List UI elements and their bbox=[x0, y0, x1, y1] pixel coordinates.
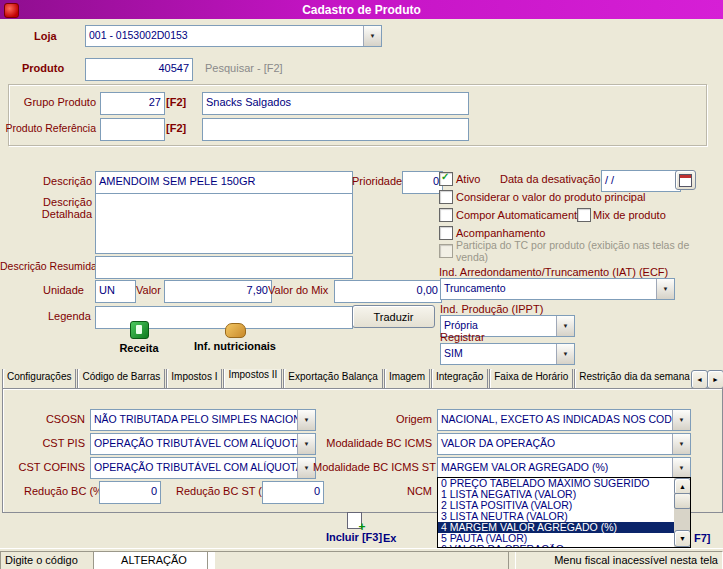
loja-select[interactable]: 001 - 0153002D0153 ▼ bbox=[85, 25, 382, 47]
tab-exportacao-balanca[interactable]: Exportação Balança bbox=[283, 369, 383, 388]
traduzir-button[interactable]: Traduzir bbox=[352, 305, 435, 328]
reducao-bc-field[interactable]: 0 bbox=[99, 481, 161, 504]
inf-nutricionais-button[interactable]: Inf. nutricionais bbox=[185, 321, 285, 352]
acompanhamento-checkbox[interactable] bbox=[439, 226, 453, 240]
data-desativacao-label: Data da desativação bbox=[500, 173, 600, 185]
chevron-down-icon[interactable]: ▼ bbox=[672, 410, 690, 430]
valor-do-mix-field[interactable]: 0,00 bbox=[334, 280, 442, 303]
valor-field[interactable]: 7,90 bbox=[164, 280, 272, 303]
iat-select[interactable]: Truncamento ▼ bbox=[440, 278, 675, 300]
compor-checkbox[interactable] bbox=[439, 208, 453, 222]
reducao-bc-st-field[interactable]: 0 bbox=[262, 481, 324, 504]
modalidade-bc-icms-st-select[interactable]: MARGEM VALOR AGREGADO (%) ▼ bbox=[437, 457, 691, 479]
tab-integracao[interactable]: Integração bbox=[431, 369, 488, 388]
receita-button[interactable]: Receita bbox=[106, 321, 172, 354]
unidade-field[interactable]: UN bbox=[95, 280, 136, 303]
nutricional-icon bbox=[225, 323, 246, 338]
grupo-f2-label: [F2] bbox=[166, 96, 186, 108]
mix-checkbox[interactable] bbox=[577, 208, 591, 222]
scroll-down-icon[interactable]: ▼ bbox=[674, 530, 691, 547]
f7-button-partial[interactable]: F7] bbox=[694, 532, 711, 544]
status-mode: ALTERAÇÃO bbox=[93, 551, 215, 569]
calendar-icon bbox=[679, 174, 692, 187]
produto-codigo-field[interactable]: 40547 bbox=[85, 58, 193, 81]
data-desativacao-field[interactable]: / / bbox=[601, 170, 681, 192]
cst-cofins-label: CST COFINS bbox=[14, 461, 85, 473]
valor-do-mix-label: Valor do Mix bbox=[268, 284, 328, 296]
grupo-produto-nome-field[interactable]: Snacks Salgados bbox=[202, 92, 469, 115]
produto-referencia-label: Produto Referência bbox=[2, 122, 96, 134]
tab-scroll-left-button[interactable]: ◄ bbox=[691, 370, 708, 389]
dropdown-option[interactable]: 0 PREÇO TABELADO MÁXIMO SUGERIDO bbox=[438, 478, 674, 489]
modalidade-bc-icms-st-dropdown-list: 0 PREÇO TABELADO MÁXIMO SUGERIDO 1 LISTA… bbox=[437, 477, 691, 548]
csosn-select[interactable]: NÃO TRIBUTADA PELO SIMPLES NACIONAL ▼ bbox=[90, 409, 316, 431]
tab-scroll-right-button[interactable]: ► bbox=[707, 370, 723, 389]
tab-faixa-de-horario[interactable]: Faixa de Horário bbox=[489, 369, 573, 388]
arrow-right-icon: ► bbox=[712, 376, 719, 383]
incluir-icon bbox=[347, 512, 362, 529]
chevron-down-icon[interactable]: ▼ bbox=[556, 316, 574, 336]
ativo-label: Ativo bbox=[456, 173, 480, 185]
considerar-checkbox[interactable] bbox=[439, 190, 453, 204]
tab-impostos-2[interactable]: Impostos II bbox=[223, 369, 282, 388]
registrar-select[interactable]: SIM ▼ bbox=[440, 343, 575, 365]
compor-label: Compor Automaticamente bbox=[456, 209, 583, 221]
cst-cofins-select[interactable]: OPERAÇÃO TRIBUTÁVEL COM ALÍQUOTA BÁSICA … bbox=[90, 457, 316, 479]
cst-pis-select[interactable]: OPERAÇÃO TRIBUTÁVEL COM ALÍQUOTA BÁSICA … bbox=[90, 433, 316, 455]
descricao-field[interactable]: AMENDOIM SEM PELE 150GR bbox=[95, 171, 353, 194]
produto-referencia-nome-field[interactable] bbox=[202, 118, 469, 141]
dropdown-scrollbar[interactable]: ▲ ▼ bbox=[674, 478, 690, 547]
ncm-label: NCM bbox=[404, 485, 432, 497]
chevron-down-icon[interactable]: ▼ bbox=[556, 344, 574, 364]
considerar-label: Considerar o valor do produto principal bbox=[456, 191, 646, 203]
receita-icon bbox=[130, 321, 149, 339]
status-spacer bbox=[207, 551, 516, 569]
referencia-f2-label: [F2] bbox=[166, 122, 186, 134]
chevron-down-icon[interactable]: ▼ bbox=[297, 410, 315, 430]
status-fiscal-message: Menu fiscal inacessível nesta tela bbox=[508, 551, 723, 569]
tab-restricao-dia-da-semana[interactable]: Restrição dia da semana bbox=[574, 369, 690, 388]
chevron-down-icon[interactable]: ▼ bbox=[297, 434, 315, 454]
grupo-produto-codigo-field[interactable]: 27 bbox=[100, 92, 165, 115]
descricao-resumida-field[interactable] bbox=[95, 256, 353, 279]
scrollbar-thumb[interactable] bbox=[674, 493, 691, 509]
window-title: Cadastro de Produto bbox=[0, 3, 723, 17]
incluir-button[interactable]: Incluir [F3] bbox=[318, 512, 390, 543]
produto-referencia-codigo-field[interactable] bbox=[100, 118, 165, 141]
chevron-down-icon[interactable]: ▼ bbox=[672, 434, 690, 454]
dropdown-option[interactable]: 4 MARGEM VALOR AGREGADO (%) bbox=[438, 522, 674, 533]
tab-imagem[interactable]: Imagem bbox=[384, 369, 430, 388]
dropdown-option[interactable]: 2 LISTA POSITIVA (VALOR) bbox=[438, 500, 674, 511]
tab-configuracoes[interactable]: Configurações bbox=[2, 369, 76, 388]
descricao-resumida-label: Descrição Resumida bbox=[0, 260, 92, 272]
status-hint: Digite o código bbox=[0, 551, 101, 569]
descricao-detalhada-label: Descrição Detalhada bbox=[32, 196, 92, 220]
descricao-detalhada-field[interactable] bbox=[95, 193, 353, 254]
cst-pis-label: CST PIS bbox=[20, 437, 85, 449]
modalidade-bc-icms-select[interactable]: VALOR DA OPERAÇÃO ▼ bbox=[437, 433, 691, 455]
chevron-down-icon[interactable]: ▼ bbox=[672, 458, 690, 478]
cadastro-de-produto-window: Cadastro de Produto Loja 001 - 0153002D0… bbox=[0, 0, 723, 569]
ativo-checkbox[interactable] bbox=[439, 172, 453, 186]
dropdown-option[interactable]: 6 VALOR DA OPERAÇÃO bbox=[438, 544, 674, 548]
arrow-left-icon: ◄ bbox=[696, 376, 703, 383]
status-bar: Digite o código ALTERAÇÃO Menu fiscal in… bbox=[0, 548, 723, 569]
dropdown-option[interactable]: 3 LISTA NEUTRA (VALOR) bbox=[438, 511, 674, 522]
title-bar[interactable]: Cadastro de Produto bbox=[0, 0, 723, 19]
unidade-label: Unidade bbox=[43, 284, 84, 296]
tab-codigo-de-barras[interactable]: Código de Barras bbox=[77, 369, 165, 388]
prioridade-field[interactable]: 0 bbox=[402, 171, 443, 194]
csosn-label: CSOSN bbox=[30, 413, 85, 425]
pesquisar-hint: Pesquisar - [F2] bbox=[205, 62, 283, 74]
chevron-down-icon[interactable]: ▼ bbox=[363, 26, 381, 46]
origem-label: Origem bbox=[394, 413, 432, 425]
chevron-down-icon[interactable]: ▼ bbox=[656, 279, 674, 299]
excluir-button-partial[interactable]: Ex bbox=[383, 532, 396, 544]
origem-select[interactable]: NACIONAL, EXCETO AS INDICADAS NOS CODIGO… bbox=[437, 409, 691, 431]
tab-impostos-1[interactable]: Impostos I bbox=[166, 369, 222, 388]
legenda-label: Legenda bbox=[48, 310, 91, 322]
calendar-button[interactable] bbox=[675, 170, 696, 190]
dropdown-option[interactable]: 1 LISTA NEGATIVA (VALOR) bbox=[438, 489, 674, 500]
iat-label: Ind. Arredondamento/Truncamento (IAT) (E… bbox=[439, 266, 668, 278]
dropdown-option[interactable]: 5 PAUTA (VALOR) bbox=[438, 533, 674, 544]
